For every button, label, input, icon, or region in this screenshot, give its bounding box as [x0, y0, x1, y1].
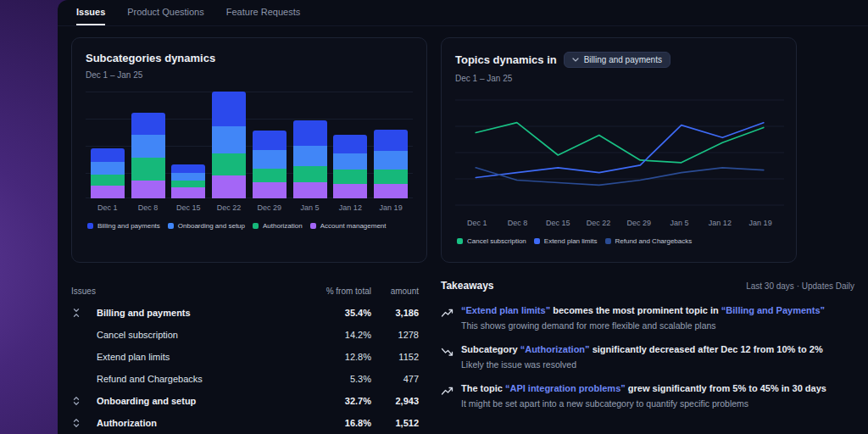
bar-stack [131, 113, 165, 198]
bar-segment-onboarding-and-setup [212, 126, 246, 153]
row-name: Billing and payments [97, 308, 298, 318]
bar-segment-billing-and-payments [91, 148, 125, 162]
row-percent: 32.7% [298, 396, 371, 406]
row-name: Onboarding and setup [97, 396, 298, 406]
legend-label: Refund and Chargebacks [615, 237, 693, 245]
bar-column-dec-15 [169, 90, 209, 198]
bar-column-jan-19 [370, 90, 411, 198]
takeaways-title: Takeaways [441, 280, 494, 292]
takeaway-segment: significantly decreased after Dec 12 fro… [590, 344, 823, 354]
x-tick-label: Jan 12 [700, 219, 741, 227]
topic-selector-label: Billing and payments [584, 55, 662, 64]
table-row-billing-and-payments[interactable]: Billing and payments35.4%3,186 [71, 302, 427, 324]
takeaway-link[interactable]: “Billing and Payments” [721, 305, 825, 315]
row-percent: 35.4% [298, 308, 371, 318]
bar-stack [374, 130, 408, 198]
x-tick-label: Dec 29 [619, 219, 659, 227]
takeaway-link[interactable]: “Extend plan limits” [461, 305, 550, 315]
x-tick-label: Dec 8 [498, 219, 538, 227]
bar-segment-onboarding-and-setup [374, 151, 408, 169]
issues-column-header: Issues [71, 287, 298, 296]
bar-segment-account-management [171, 187, 205, 198]
trend-down-icon [441, 343, 454, 370]
row-name: Extend plan limits [97, 352, 298, 362]
tab-issues[interactable]: Issues [76, 7, 105, 25]
legend-item-extend-plan-limits: Extend plan limits [534, 237, 598, 245]
bar-column-dec-8 [128, 90, 169, 198]
issues-table: Issues % from total amount Billing and p… [71, 280, 427, 434]
subcategories-card: Subcategories dynamics Dec 1 – Jan 25 De… [71, 37, 427, 263]
line-series-cancel-subscription [476, 123, 764, 163]
takeaway-item: “Extend plan limits” becomes the most pr… [441, 304, 854, 331]
bar-segment-authorization [253, 169, 287, 182]
bar-segment-billing-and-payments [212, 92, 246, 126]
x-tick-label: Dec 1 [87, 203, 128, 212]
row-name: Authorization [97, 418, 298, 428]
legend-label: Extend plan limits [544, 237, 598, 245]
line-x-axis-labels: Dec 1Dec 8Dec 15Dec 22Dec 29Jan 5Jan 12J… [455, 219, 782, 227]
topic-selector-dropdown[interactable]: Billing and payments [564, 52, 670, 68]
bar-segment-account-management [91, 186, 125, 198]
bar-segment-billing-and-payments [293, 120, 327, 146]
takeaway-text: “Extend plan limits” becomes the most pr… [461, 304, 825, 331]
legend-label: Authorization [263, 222, 303, 230]
row-amount: 2,943 [371, 396, 427, 406]
line-series-refund-and-chargebacks [476, 168, 764, 186]
takeaway-link[interactable]: “API integration problems” [505, 383, 626, 393]
takeaway-headline: Subcategory “Authorization” significantl… [461, 343, 823, 356]
row-amount: 1152 [371, 352, 427, 362]
takeaway-headline: “Extend plan limits” becomes the most pr… [461, 304, 825, 317]
x-tick-label: Dec 1 [457, 219, 498, 227]
tab-product-questions[interactable]: Product Questions [127, 7, 204, 25]
legend-item-onboarding-and-setup: Onboarding and setup [168, 222, 245, 230]
amount-column-header: amount [371, 287, 427, 296]
row-amount: 477 [371, 374, 427, 384]
takeaway-link[interactable]: “Authorization” [520, 344, 590, 354]
legend-dot [87, 223, 93, 229]
bar-chart-legend: Billing and paymentsOnboarding and setup… [86, 222, 413, 230]
legend-item-account-management: Account management [310, 222, 387, 230]
table-row-onboarding-and-setup[interactable]: Onboarding and setup32.7%2,943 [71, 390, 427, 412]
x-tick-label: Jan 19 [370, 203, 411, 212]
bar-segment-authorization [91, 175, 125, 186]
takeaway-segment: Subcategory [461, 344, 520, 354]
takeaways-panel: Takeaways Last 30 days · Updates Daily “… [441, 280, 854, 434]
bar-segment-billing-and-payments [253, 131, 287, 151]
line-chart-legend: Cancel subscriptionExtend plan limitsRef… [455, 237, 782, 245]
bar-segment-authorization [131, 158, 165, 181]
topics-line-chart [455, 88, 784, 214]
bar-segment-account-management [293, 182, 327, 198]
row-amount: 3,186 [371, 308, 427, 318]
table-row-extend-plan-limits: Extend plan limits12.8%1152 [71, 346, 427, 368]
tab-feature-requests[interactable]: Feature Requests [226, 7, 300, 25]
expand-icon[interactable] [71, 418, 97, 428]
table-row-authorization[interactable]: Authorization16.8%1,512 [71, 412, 427, 434]
expand-icon[interactable] [71, 396, 97, 406]
legend-label: Cancel subscription [467, 237, 526, 245]
legend-dot [457, 238, 463, 244]
row-percent: 16.8% [298, 418, 371, 428]
legend-dot [310, 223, 316, 229]
legend-dot [168, 223, 174, 229]
bar-stack [293, 120, 327, 198]
takeaway-text: Subcategory “Authorization” significantl… [461, 343, 823, 370]
bar-segment-authorization [293, 166, 327, 182]
takeaway-item: The topic “API integration problems” gre… [441, 382, 854, 409]
row-name: Cancel subscription [97, 330, 298, 340]
issues-table-body: Billing and payments35.4%3,186Cancel sub… [71, 302, 427, 434]
issues-table-header: Issues % from total amount [71, 280, 427, 302]
bar-column-dec-1 [87, 90, 128, 198]
bar-segment-onboarding-and-setup [131, 135, 165, 158]
takeaways-list: “Extend plan limits” becomes the most pr… [441, 304, 854, 409]
takeaway-item: Subcategory “Authorization” significantl… [441, 343, 854, 370]
collapse-icon[interactable] [71, 308, 97, 318]
row-name: Refund and Chargebacks [97, 374, 298, 384]
bar-segment-authorization [171, 181, 205, 188]
line-series-extend-plan-limits [476, 123, 764, 178]
legend-item-refund-and-chargebacks: Refund and Chargebacks [605, 237, 693, 245]
x-tick-label: Jan 5 [659, 219, 700, 227]
x-tick-label: Jan 5 [290, 203, 331, 212]
takeaway-note: It might be set apart into a new subcate… [461, 398, 826, 409]
legend-label: Onboarding and setup [178, 222, 245, 230]
stacked-bar-chart [86, 90, 413, 198]
